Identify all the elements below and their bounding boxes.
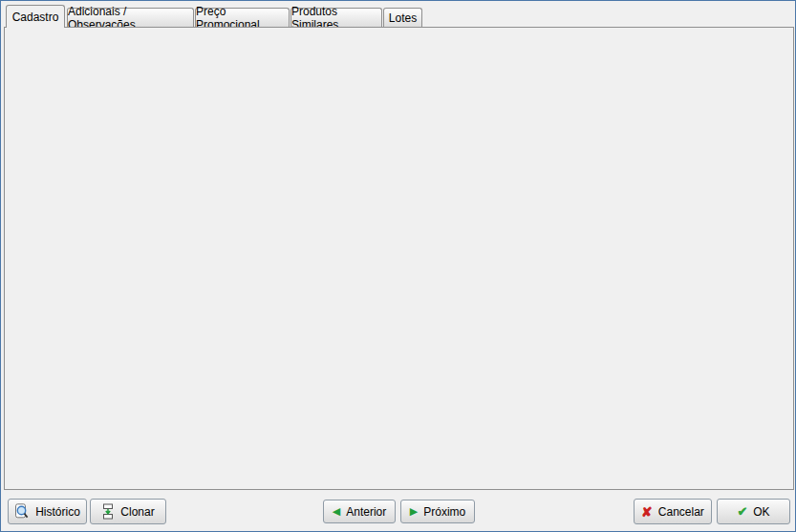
tab-adicionais-observacoes[interactable]: Adicionais / Observações (67, 8, 194, 28)
tab-label: Cadastro (12, 11, 59, 24)
tab-produtos-similares[interactable]: Produtos Similares (290, 8, 382, 28)
clone-icon (101, 503, 115, 520)
proximo-button[interactable]: ▶ Próximo (400, 500, 475, 523)
history-search-icon (14, 503, 30, 520)
anterior-button-label: Anterior (346, 505, 386, 519)
clonar-button-label: Clonar (120, 505, 154, 519)
proximo-button-label: Próximo (423, 505, 465, 519)
cancelar-button[interactable]: ✘ Cancelar (634, 499, 712, 524)
check-icon: ✔ (737, 505, 747, 518)
left-arrow-icon: ◀ (333, 506, 340, 517)
ok-button[interactable]: ✔ OK (717, 499, 790, 524)
tab-label: Lotes (389, 11, 417, 25)
x-icon: ✘ (641, 505, 653, 519)
historico-button-label: Histórico (35, 505, 80, 519)
anterior-button[interactable]: ◀ Anterior (323, 500, 396, 523)
tab-preco-promocional[interactable]: Preço Promocional (195, 8, 290, 28)
tab-page-cadastro (4, 27, 794, 490)
ok-button-label: OK (753, 505, 769, 519)
tab-lotes[interactable]: Lotes (383, 8, 422, 28)
right-arrow-icon: ▶ (410, 506, 418, 517)
cancelar-button-label: Cancelar (658, 505, 704, 519)
historico-button[interactable]: Histórico (8, 499, 87, 524)
product-registration-window: Cadastro Adicionais / Observações Preço … (0, 0, 796, 532)
tab-cadastro[interactable]: Cadastro (6, 5, 65, 28)
clonar-button[interactable]: Clonar (90, 499, 166, 524)
